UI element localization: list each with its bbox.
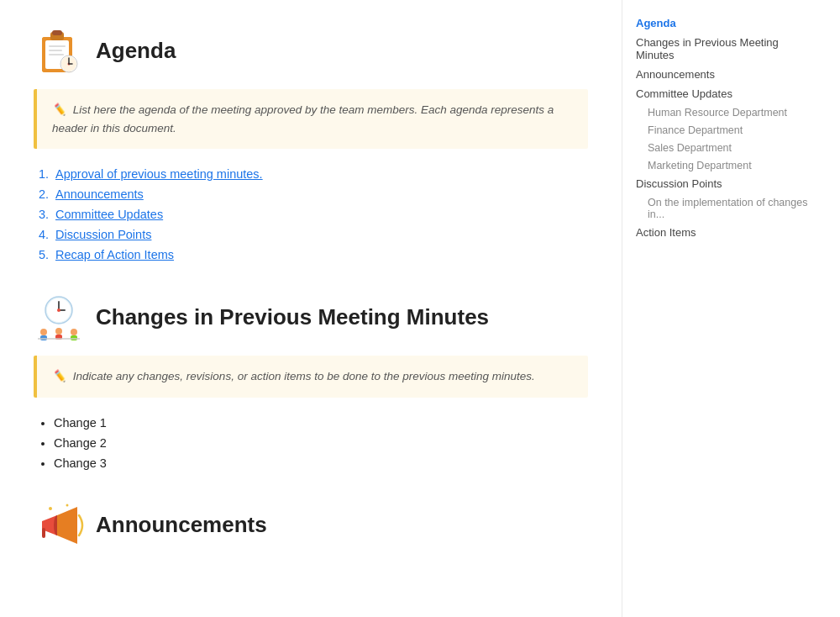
list-item: Discussion Points — [52, 228, 588, 241]
svg-point-17 — [57, 308, 60, 312]
agenda-header: Agenda — [34, 25, 588, 76]
agenda-link-2[interactable]: Announcements — [55, 187, 144, 201]
agenda-link-5[interactable]: Recap of Action Items — [55, 248, 174, 261]
list-item: Committee Updates — [52, 208, 588, 221]
announcements-header: Announcements — [34, 500, 588, 551]
list-item: Approval of previous meeting minutes. — [52, 167, 588, 181]
svg-rect-3 — [52, 30, 62, 35]
list-item: Change 2 — [54, 436, 588, 450]
sidebar-item-sales[interactable]: Sales Department — [636, 142, 810, 154]
svg-point-30 — [66, 504, 69, 506]
changes-callout: ✏️ Indicate any changes, revisions, or a… — [34, 356, 588, 398]
pencil-icon-2: ✏️ — [52, 370, 66, 382]
sidebar-item-committee-updates[interactable]: Committee Updates — [636, 87, 810, 100]
agenda-title: Agenda — [96, 38, 176, 64]
changes-icon — [34, 292, 84, 342]
list-item: Change 3 — [54, 456, 588, 470]
svg-marker-27 — [57, 507, 77, 544]
svg-point-29 — [49, 507, 52, 510]
svg-rect-28 — [42, 528, 45, 538]
agenda-link-4[interactable]: Discussion Points — [55, 228, 151, 241]
svg-rect-7 — [49, 54, 64, 55]
agenda-list: Approval of previous meeting minutes. An… — [34, 167, 588, 261]
agenda-icon — [34, 25, 84, 76]
svg-rect-6 — [49, 50, 62, 51]
changes-list: Change 1 Change 2 Change 3 — [34, 416, 588, 470]
svg-rect-5 — [49, 45, 66, 47]
svg-point-22 — [71, 329, 77, 335]
changes-header: Changes in Previous Meeting Minutes — [34, 292, 588, 342]
sidebar-item-discussion[interactable]: Discussion Points — [636, 177, 810, 190]
changes-title: Changes in Previous Meeting Minutes — [96, 304, 489, 330]
changes-section: Changes in Previous Meeting Minutes ✏️ I… — [34, 292, 588, 470]
sidebar-item-announcements[interactable]: Announcements — [636, 68, 810, 81]
agenda-callout: ✏️ List here the agenda of the meeting a… — [34, 89, 588, 149]
agenda-section: Agenda ✏️ List here the agenda of the me… — [34, 25, 588, 261]
announcements-section: Announcements — [34, 500, 588, 551]
svg-rect-19 — [40, 335, 47, 340]
sidebar-item-discussion-sub[interactable]: On the implementation of changes in... — [636, 197, 810, 220]
sidebar-item-finance[interactable]: Finance Department — [636, 124, 810, 136]
sidebar-item-action-items[interactable]: Action Items — [636, 226, 810, 239]
svg-point-18 — [40, 329, 47, 335]
sidebar-item-hr[interactable]: Human Resource Department — [636, 107, 810, 119]
svg-point-20 — [55, 328, 62, 335]
announcements-title: Announcements — [96, 512, 267, 538]
sidebar-item-agenda[interactable]: Agenda — [636, 17, 810, 29]
sidebar-item-changes[interactable]: Changes in Previous Meeting Minutes — [636, 36, 810, 61]
list-item: Change 1 — [54, 416, 588, 430]
list-item: Recap of Action Items — [52, 248, 588, 261]
announcements-icon — [34, 500, 84, 551]
agenda-link-3[interactable]: Committee Updates — [55, 208, 163, 221]
svg-rect-23 — [71, 335, 77, 340]
list-item: Announcements — [52, 187, 588, 201]
main-content: Agenda ✏️ List here the agenda of the me… — [0, 0, 622, 617]
sidebar-item-marketing[interactable]: Marketing Department — [636, 160, 810, 171]
agenda-link-1[interactable]: Approval of previous meeting minutes. — [55, 167, 263, 181]
sidebar: Agenda Changes in Previous Meeting Minut… — [622, 0, 823, 617]
pencil-icon: ✏️ — [52, 103, 66, 116]
